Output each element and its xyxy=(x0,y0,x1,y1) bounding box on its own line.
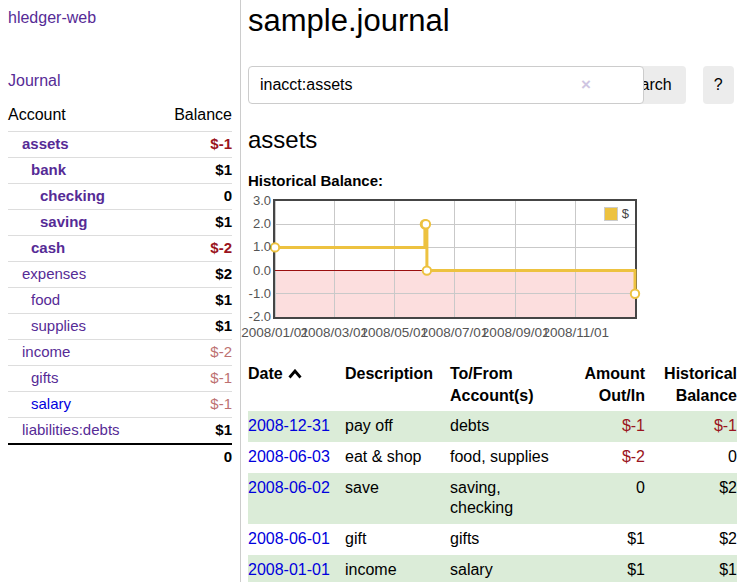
chart-point xyxy=(271,243,279,251)
register-row: 2008-06-02savesaving, checking0$2 xyxy=(248,473,737,524)
account-balance: $1 xyxy=(156,314,232,340)
accounts-table: Account Balance assets$-1bank$1checking0… xyxy=(8,106,232,470)
account-row: gifts$-1 xyxy=(8,366,232,392)
account-balance: $1 xyxy=(156,418,232,445)
account-link[interactable]: gifts xyxy=(31,369,59,386)
register-amount: $-2 xyxy=(573,442,645,473)
register-date-link[interactable]: 2008-06-03 xyxy=(248,448,330,465)
chart-legend: $ xyxy=(602,205,631,222)
accounts-header-account: Account xyxy=(8,106,156,132)
register-balance: $-1 xyxy=(645,411,737,442)
register-balance: $2 xyxy=(645,473,737,524)
chart-y-tick-label: -1.0 xyxy=(248,285,271,303)
register-accounts: food, supplies xyxy=(450,442,573,473)
account-row: cash$-2 xyxy=(8,236,232,262)
chart-heading: Historical Balance: xyxy=(248,172,740,189)
chart-y-tick-label: 1.0 xyxy=(248,238,271,256)
page-title: sample.journal xyxy=(248,2,740,40)
account-link[interactable]: checking xyxy=(40,187,105,204)
account-link[interactable]: cash xyxy=(31,239,65,256)
register-column-header: Historical Balance xyxy=(645,361,737,411)
register-header-row: DateDescriptionTo/From Account(s)Amount … xyxy=(248,361,737,411)
account-row: checking0 xyxy=(8,184,232,210)
search-form: × Search ? xyxy=(248,66,740,104)
account-link[interactable]: liabilities:debts xyxy=(22,421,120,438)
register-description: eat & shop xyxy=(345,442,450,473)
account-row: liabilities:debts$1 xyxy=(8,418,232,445)
register-date-link[interactable]: 2008-06-01 xyxy=(248,530,330,547)
account-link[interactable]: supplies xyxy=(31,317,86,334)
app-title-link[interactable]: hledger-web xyxy=(8,8,232,27)
account-balance: $1 xyxy=(156,288,232,314)
register-amount: $1 xyxy=(573,555,645,582)
account-link[interactable]: bank xyxy=(31,161,66,178)
account-link[interactable]: food xyxy=(31,291,60,308)
register-row: 2008-06-01giftgifts$1$2 xyxy=(248,524,737,555)
account-link[interactable]: income xyxy=(22,343,70,360)
account-row: bank$1 xyxy=(8,158,232,184)
account-balance: 0 xyxy=(156,184,232,210)
chart-point xyxy=(422,220,430,228)
register-description: save xyxy=(345,473,450,524)
register-description: pay off xyxy=(345,411,450,442)
register-column-header[interactable]: Date xyxy=(248,361,345,411)
accounts-total-row: 0 xyxy=(8,444,232,470)
account-link[interactable]: assets xyxy=(22,135,69,152)
chart-y-tick-label: 2.0 xyxy=(248,215,271,233)
app-root: hledger-web Journal Account Balance asse… xyxy=(0,0,742,582)
sidebar: hledger-web Journal Account Balance asse… xyxy=(0,0,241,582)
account-balance: $-1 xyxy=(156,392,232,418)
clear-search-icon[interactable]: × xyxy=(581,75,591,95)
chart-y-tick-label: 3.0 xyxy=(248,192,271,210)
register-amount: $-1 xyxy=(573,411,645,442)
chart-point xyxy=(423,266,431,274)
register-row: 2008-01-01incomesalary$1$1 xyxy=(248,555,737,582)
register-accounts: gifts xyxy=(450,524,573,555)
register-accounts: salary xyxy=(450,555,573,582)
account-row: salary$-1 xyxy=(8,392,232,418)
register-description: gift xyxy=(345,524,450,555)
register-date-link[interactable]: 2008-06-02 xyxy=(248,479,330,496)
account-link[interactable]: saving xyxy=(40,213,88,230)
register-table: DateDescriptionTo/From Account(s)Amount … xyxy=(248,361,737,582)
account-balance: $2 xyxy=(156,262,232,288)
account-balance: $1 xyxy=(156,158,232,184)
accounts-header-balance: Balance xyxy=(156,106,232,132)
chart-point xyxy=(631,290,639,298)
account-link[interactable]: expenses xyxy=(22,265,86,282)
main-content: sample.journal × Search ? assets Histori… xyxy=(248,0,740,582)
legend-swatch xyxy=(604,207,618,221)
account-balance: $-2 xyxy=(156,236,232,262)
account-row: assets$-1 xyxy=(8,132,232,158)
journal-link[interactable]: Journal xyxy=(8,72,232,90)
register-balance: $2 xyxy=(645,524,737,555)
help-button[interactable]: ? xyxy=(703,66,734,104)
register-row: 2008-12-31pay offdebts$-1$-1 xyxy=(248,411,737,442)
account-balance: $-1 xyxy=(156,132,232,158)
account-title: assets xyxy=(248,126,740,154)
register-balance: $1 xyxy=(645,555,737,582)
register-amount: 0 xyxy=(573,473,645,524)
register-accounts: saving, checking xyxy=(450,473,573,524)
account-row: expenses$2 xyxy=(8,262,232,288)
register-description: income xyxy=(345,555,450,582)
account-balance: $-2 xyxy=(156,340,232,366)
account-balance: $1 xyxy=(156,210,232,236)
accounts-total-value: 0 xyxy=(156,444,232,470)
account-link[interactable]: salary xyxy=(31,395,71,412)
register-date-link[interactable]: 2008-01-01 xyxy=(248,561,330,578)
account-row: income$-2 xyxy=(8,340,232,366)
legend-label: $ xyxy=(622,206,629,221)
chart-canvas xyxy=(275,201,635,317)
chart-y-tick-label: -2.0 xyxy=(248,308,271,326)
account-row: supplies$1 xyxy=(8,314,232,340)
account-row: food$1 xyxy=(8,288,232,314)
register-accounts: debts xyxy=(450,411,573,442)
register-column-header: Description xyxy=(345,361,450,411)
account-row: saving$1 xyxy=(8,210,232,236)
chart-x-tick-label: 2008/11/01 xyxy=(540,325,612,341)
historical-balance-chart: $ 3.02.01.00.0-1.0-2.02008/01/012008/03/… xyxy=(248,199,740,347)
sort-ascending-icon xyxy=(288,369,302,379)
register-date-link[interactable]: 2008-12-31 xyxy=(248,417,330,434)
search-box: × xyxy=(248,66,601,104)
